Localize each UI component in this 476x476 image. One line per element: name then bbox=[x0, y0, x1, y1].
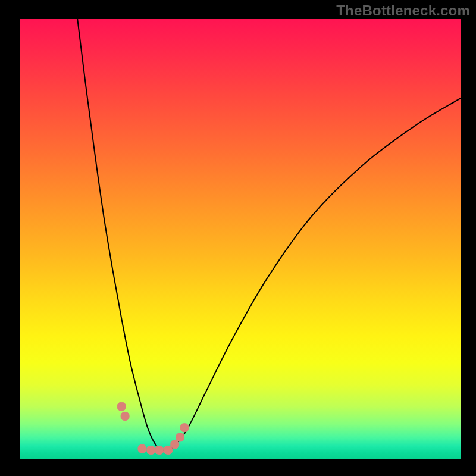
highlighted-point bbox=[147, 446, 155, 454]
highlighted-point bbox=[176, 433, 184, 441]
highlighted-point bbox=[121, 412, 129, 420]
highlighted-point bbox=[117, 402, 126, 411]
plot-area bbox=[20, 19, 461, 459]
highlighted-point bbox=[171, 440, 179, 449]
highlighted-point bbox=[180, 424, 189, 432]
watermark-text: TheBottleneck.com bbox=[336, 2, 470, 19]
chart-frame: TheBottleneck.com bbox=[0, 0, 476, 476]
highlighted-points-group bbox=[117, 402, 189, 454]
bottleneck-curve bbox=[77, 19, 461, 450]
bottleneck-curve-svg bbox=[20, 19, 461, 459]
highlighted-point bbox=[155, 446, 164, 454]
highlighted-point bbox=[138, 444, 146, 453]
